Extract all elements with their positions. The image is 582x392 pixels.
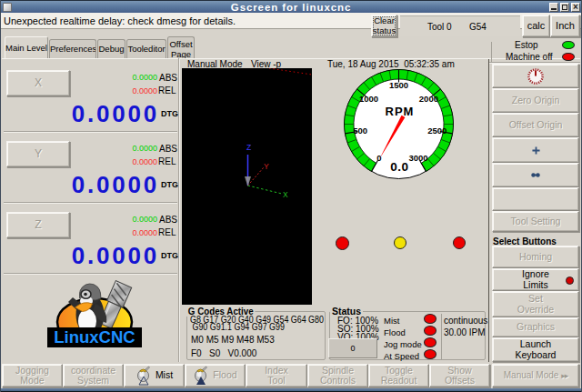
svg-text:0.0: 0.0 (390, 160, 408, 174)
svg-text:Z: Z (246, 143, 251, 152)
svg-text:Y: Y (264, 162, 269, 171)
svg-text:LinuxCNC: LinuxCNC (54, 327, 135, 347)
svg-text:3000: 3000 (408, 153, 427, 163)
svg-text:0: 0 (376, 153, 381, 163)
svg-text:X: X (283, 190, 288, 199)
svg-text:1000: 1000 (359, 94, 378, 104)
svg-text:1500: 1500 (389, 80, 408, 90)
svg-text:RPM: RPM (386, 105, 415, 118)
svg-text:2000: 2000 (419, 94, 438, 104)
svg-text:2500: 2500 (427, 126, 447, 136)
svg-text:500: 500 (353, 126, 367, 136)
